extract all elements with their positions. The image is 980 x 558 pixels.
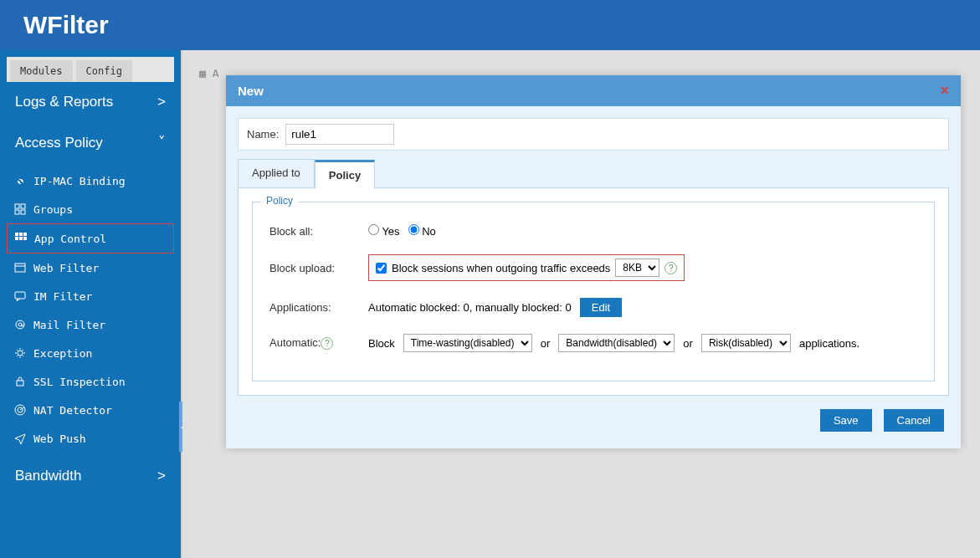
bg-section-hint: ▦ A [199, 67, 218, 79]
svg-rect-8 [19, 237, 23, 240]
sidebar-item-nat[interactable]: NAT Detector [7, 396, 174, 424]
automatic-label: Automatic:? [269, 336, 362, 350]
row-block-all: Block all: Yes No [269, 216, 917, 246]
policy-panel: Policy Block all: Yes No [238, 187, 949, 396]
nav-section-access[interactable]: Access Policy ˅ [0, 122, 181, 163]
sidebar-tabs: Modules Config [7, 57, 174, 82]
svg-point-14 [18, 323, 22, 326]
sidebar-item-label: Mail Filter [33, 319, 105, 331]
help-icon[interactable]: ? [321, 337, 333, 350]
edit-button[interactable]: Edit [580, 298, 622, 317]
fieldset-legend: Policy [261, 195, 298, 207]
gear-icon [13, 346, 27, 360]
svg-rect-1 [21, 204, 25, 208]
automatic-or-1: or [541, 337, 551, 350]
cancel-button[interactable]: Cancel [884, 409, 944, 432]
sidebar-item-mailfilter[interactable]: Mail Filter [7, 310, 174, 339]
tab-modules[interactable]: Modules [10, 60, 73, 82]
svg-rect-2 [15, 210, 19, 214]
help-icon[interactable]: ? [664, 262, 677, 274]
chevron-right-icon: > [157, 94, 166, 110]
tab-policy[interactable]: Policy [315, 160, 375, 188]
modal-title: New [238, 84, 264, 98]
nav-section-label: Access Policy [15, 135, 103, 151]
svg-rect-4 [15, 233, 18, 236]
sidebar-item-label: App Control [34, 233, 106, 245]
modal-body: Name: Applied to Policy Policy Block all… [226, 106, 961, 448]
block-all-no-radio[interactable] [408, 224, 419, 235]
svg-rect-16 [17, 381, 23, 386]
app-title: WFilter [23, 11, 109, 39]
modal-footer: Save Cancel [238, 396, 949, 437]
automatic-risk-select[interactable]: Risk(disabled) [701, 334, 791, 352]
svg-point-15 [18, 351, 23, 356]
name-input[interactable] [285, 124, 394, 145]
svg-rect-10 [15, 264, 25, 272]
block-all-yes-radio[interactable] [368, 224, 379, 235]
inner-tabs: Applied to Policy [238, 159, 949, 187]
sidebar-item-label: Web Push [33, 433, 86, 445]
block-upload-checkbox[interactable] [376, 263, 387, 274]
automatic-block-text: Block [368, 337, 395, 350]
save-button[interactable]: Save [820, 409, 872, 432]
block-all-control: Yes No [368, 224, 436, 238]
chevron-right-icon: > [157, 468, 166, 484]
nav-items-access: IP-MAC Binding Groups App Control Web Fi… [0, 163, 181, 456]
name-label: Name: [247, 128, 279, 141]
chat-icon [13, 289, 27, 303]
sidebar-item-ipmac[interactable]: IP-MAC Binding [7, 166, 174, 195]
close-icon[interactable]: × [940, 82, 949, 100]
sidebar-item-exception[interactable]: Exception [7, 339, 174, 367]
svg-rect-6 [23, 233, 27, 236]
radar-icon [13, 403, 27, 417]
block-upload-highlight: Block sessions when outgoing traffic exc… [368, 254, 685, 281]
block-upload-size-select[interactable]: 8KB [615, 259, 659, 277]
sidebar-item-label: Groups [33, 203, 73, 216]
automatic-or-2: or [683, 337, 693, 350]
send-icon [13, 432, 27, 445]
automatic-bandwidth-select[interactable]: Bandwidth(disabled) [558, 334, 675, 352]
svg-rect-0 [15, 204, 19, 208]
name-row: Name: [238, 118, 949, 151]
svg-rect-9 [23, 237, 27, 240]
sidebar-item-label: Exception [33, 347, 92, 360]
link-icon [13, 174, 27, 187]
block-upload-text: Block sessions when outgoing traffic exc… [392, 262, 610, 274]
automatic-time-select[interactable]: Time-wasting(disabled) [403, 334, 532, 352]
svg-rect-7 [15, 237, 18, 240]
row-automatic: Automatic:? Block Time-wasting(disabled)… [269, 325, 917, 361]
sidebar-item-label: SSL Inspection [33, 376, 126, 388]
app-header: WFilter [0, 0, 980, 50]
block-all-no-option[interactable]: No [408, 224, 436, 238]
grid-icon [13, 202, 27, 216]
block-all-label: Block all: [269, 225, 362, 238]
sidebar-item-groups[interactable]: Groups [7, 195, 174, 223]
applications-label: Applications: [269, 301, 362, 314]
nav-section-bandwidth[interactable]: Bandwidth > [0, 456, 181, 496]
applications-control: Automatic blocked: 0, manually blocked: … [368, 298, 622, 317]
row-applications: Applications: Automatic blocked: 0, manu… [269, 289, 917, 325]
svg-rect-5 [19, 233, 23, 236]
applications-text: Automatic blocked: 0, manually blocked: … [368, 301, 572, 314]
sidebar-item-label: IP-MAC Binding [33, 175, 126, 187]
sidebar-item-imfilter[interactable]: IM Filter [7, 282, 174, 310]
apps-icon [14, 232, 28, 245]
block-all-yes-option[interactable]: Yes [368, 224, 400, 238]
svg-rect-3 [21, 210, 25, 214]
sidebar-item-ssl[interactable]: SSL Inspection [7, 367, 174, 396]
sidebar-item-appcontrol[interactable]: App Control [7, 223, 174, 253]
nav-section-logs[interactable]: Logs & Reports > [0, 82, 181, 122]
sidebar: Modules Config Logs & Reports > Access P… [0, 50, 182, 558]
sidebar-item-webpush[interactable]: Web Push [7, 424, 174, 453]
at-icon [13, 318, 27, 331]
modal-new-rule: New × Name: Applied to Policy Policy B [226, 75, 961, 448]
tab-config[interactable]: Config [76, 60, 132, 82]
sidebar-item-label: IM Filter [33, 290, 92, 303]
nav-section-label: Bandwidth [15, 468, 81, 484]
tab-applied-to[interactable]: Applied to [238, 159, 315, 187]
automatic-suffix: applications. [799, 337, 859, 350]
svg-rect-12 [15, 292, 25, 299]
modal-header: New × [226, 75, 961, 106]
content-area: ▦ A New × Name: Applied to Policy Policy [182, 50, 980, 558]
sidebar-item-webfilter[interactable]: Web Filter [7, 253, 174, 282]
